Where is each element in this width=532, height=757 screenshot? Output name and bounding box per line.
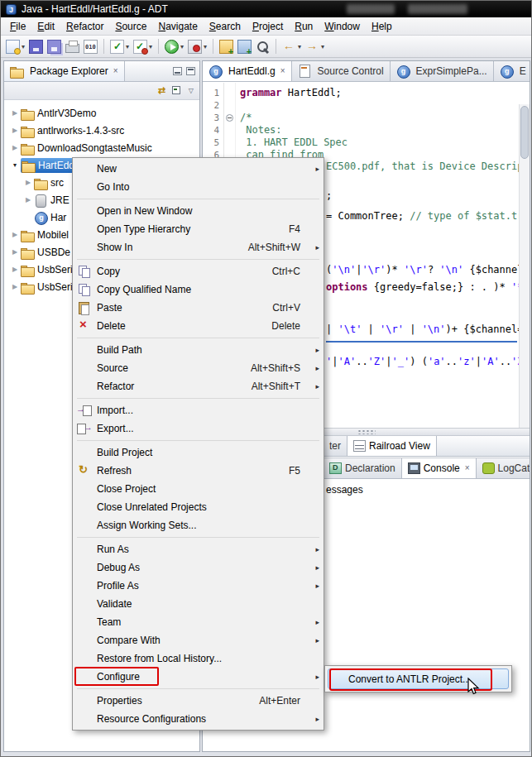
menu-edit[interactable]: Edit	[31, 18, 60, 35]
menu-item-validate[interactable]: Validate	[74, 595, 322, 613]
menu-item-convert-to-antlr-project[interactable]: Convert to ANTLR Project...	[328, 668, 509, 689]
menu-item-configure[interactable]: Configure	[74, 668, 322, 686]
forward-history-button[interactable]: ▾	[304, 37, 326, 55]
menu-source[interactable]: Source	[109, 18, 152, 35]
tree-item-antlrv3demo[interactable]: ▶AntlrV3Demo	[4, 104, 199, 122]
print-button[interactable]	[64, 37, 81, 55]
tab-source-control[interactable]: Source Control	[292, 61, 391, 81]
expand-arrow-icon[interactable]: ▶	[9, 248, 21, 256]
fold-collapse-icon[interactable]	[226, 114, 233, 122]
menu-item-restore-from-local-history[interactable]: Restore from Local History...	[74, 649, 322, 668]
tab-railroad-view[interactable]: Railroad View	[347, 436, 437, 456]
run-button[interactable]: ▾	[163, 37, 185, 55]
project-icon	[21, 228, 34, 242]
splitter-grip-icon[interactable]	[357, 429, 376, 434]
checked-build-button[interactable]: ▾	[132, 37, 154, 55]
menu-item-close-project[interactable]: Close Project	[74, 480, 322, 498]
menu-item-new[interactable]: New	[74, 160, 322, 178]
binary-button[interactable]	[82, 37, 99, 55]
dropdown-caret-icon[interactable]: ▾	[149, 43, 152, 50]
tree-item-downloadsongtastemusic[interactable]: ▶DownloadSongtasteMusic	[4, 139, 199, 156]
tab-declaration[interactable]: Declaration	[324, 458, 402, 478]
tab-package-explorer[interactable]: Package Explorer	[4, 61, 125, 81]
dropdown-caret-icon[interactable]: ▾	[22, 43, 25, 50]
menu-item-team[interactable]: Team	[74, 613, 322, 631]
menu-item-properties[interactable]: PropertiesAlt+Enter	[74, 692, 322, 710]
expand-arrow-icon[interactable]: ▶	[9, 283, 21, 290]
menu-item-compare-with[interactable]: Compare With	[74, 631, 322, 649]
icon-slot	[76, 222, 93, 237]
link-with-editor-icon[interactable]: ⇄	[158, 85, 165, 96]
menu-file[interactable]: File	[4, 18, 31, 35]
expand-arrow-icon[interactable]: ▶	[9, 127, 21, 134]
menu-item-export[interactable]: Export...	[74, 419, 322, 438]
menu-help[interactable]: Help	[366, 18, 398, 35]
new-package-button[interactable]	[218, 37, 235, 55]
menu-run[interactable]: Run	[289, 18, 319, 35]
dropdown-caret-icon[interactable]: ▾	[321, 43, 324, 50]
close-icon[interactable]	[279, 67, 285, 75]
menu-item-refactor[interactable]: RefactorAlt+Shift+T	[74, 377, 322, 395]
dropdown-caret-icon[interactable]: ▾	[126, 43, 129, 50]
tab-harteddl-g[interactable]: HartEddl.g	[203, 61, 292, 81]
close-icon[interactable]	[463, 464, 470, 472]
dropdown-caret-icon[interactable]: ▾	[204, 43, 207, 50]
tab-e-partial[interactable]: E	[494, 61, 530, 81]
menu-item-show-in[interactable]: Show InAlt+Shift+W	[74, 238, 322, 256]
menu-item-copy-qualified-name[interactable]: Copy Qualified Name	[74, 280, 322, 299]
editor-scrollbar[interactable]	[519, 104, 530, 428]
expand-arrow-icon[interactable]: ▶	[22, 179, 34, 186]
menu-item-assign-working-sets[interactable]: Assign Working Sets...	[74, 516, 322, 534]
expand-arrow-icon[interactable]: ▶	[9, 109, 21, 117]
menu-item-import[interactable]: Import...	[74, 401, 322, 419]
checked-run-button[interactable]: ▾	[108, 37, 131, 55]
dropdown-caret-icon[interactable]: ▾	[298, 43, 301, 50]
menu-item-close-unrelated-projects[interactable]: Close Unrelated Projects	[74, 498, 322, 516]
menu-item-resource-configurations[interactable]: Resource Configurations	[74, 710, 322, 728]
menu-item-open-type-hierarchy[interactable]: Open Type HierarchyF4	[74, 220, 322, 238]
new-wizard-button[interactable]: ▾	[4, 37, 26, 55]
menu-item-refresh[interactable]: RefreshF5	[74, 462, 322, 480]
menu-item-profile-as[interactable]: Profile As	[74, 577, 322, 595]
menu-window[interactable]: Window	[319, 18, 366, 35]
minimize-icon[interactable]	[173, 67, 182, 75]
collapse-arrow-icon[interactable]: ▾	[9, 161, 21, 169]
tab-interpreter-partial[interactable]: ter	[324, 436, 347, 456]
menu-item-go-into[interactable]: Go Into	[74, 178, 322, 196]
menu-item-run-as[interactable]: Run As	[74, 540, 322, 558]
menu-navigate[interactable]: Navigate	[152, 18, 203, 35]
menu-item-build-project[interactable]: Build Project	[74, 443, 322, 462]
maximize-icon[interactable]	[186, 67, 195, 75]
save-button[interactable]	[27, 37, 45, 55]
menu-search[interactable]: Search	[204, 18, 247, 35]
tab-logcat[interactable]: LogCat	[477, 458, 530, 478]
close-icon[interactable]	[112, 67, 118, 75]
menu-item-paste[interactable]: PasteCtrl+V	[74, 299, 322, 317]
expand-arrow-icon[interactable]: ▶	[22, 196, 34, 204]
menu-project[interactable]: Project	[247, 18, 289, 35]
tab-console[interactable]: Console	[402, 458, 477, 478]
menu-item-source[interactable]: SourceAlt+Shift+S	[74, 359, 322, 377]
back-history-button[interactable]: ▾	[280, 37, 303, 55]
expand-arrow-icon[interactable]: ▶	[9, 144, 21, 151]
expand-arrow-icon[interactable]: ▶	[9, 231, 21, 238]
search-button[interactable]	[254, 37, 271, 55]
expand-arrow-icon[interactable]: ▶	[9, 266, 21, 273]
run-configuration-button[interactable]: ▾	[186, 37, 208, 55]
scrollbar-thumb[interactable]	[520, 106, 529, 159]
menu-item-copy[interactable]: CopyCtrl+C	[74, 262, 322, 280]
collapse-all-icon[interactable]	[172, 86, 182, 96]
menu-refactor[interactable]: Refactor	[60, 18, 109, 35]
dropdown-caret-icon[interactable]: ▾	[180, 43, 184, 50]
view-menu-icon[interactable]: ▽	[189, 87, 194, 94]
menu-item-build-path[interactable]: Build Path	[74, 341, 322, 359]
menu-item-debug-as[interactable]: Debug As	[74, 558, 322, 577]
tree-item-antlrworks[interactable]: ▶antlrworks-1.4.3-src	[4, 122, 199, 139]
menu-item-open-in-new-window[interactable]: Open in New Window	[74, 202, 322, 220]
menu-item-delete[interactable]: DeleteDelete	[74, 317, 322, 335]
tab-exprsimplepa[interactable]: ExprSimplePa...	[391, 61, 494, 81]
menu-item-label: Copy	[95, 266, 120, 277]
new-class-button[interactable]	[236, 37, 253, 55]
titlebar[interactable]: J Java - HartEddl/HartEddl.g - ADT	[1, 1, 531, 17]
save-all-button[interactable]	[46, 37, 63, 55]
